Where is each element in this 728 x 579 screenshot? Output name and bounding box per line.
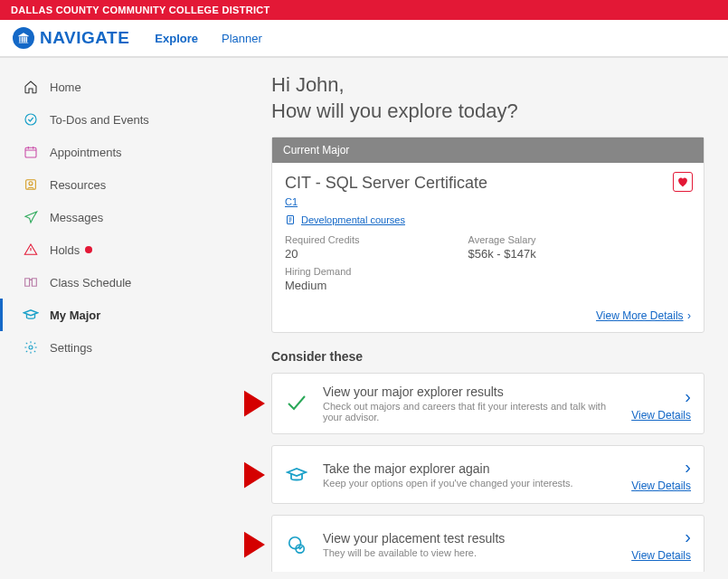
sidebar-item-resources[interactable]: Resources — [0, 168, 244, 201]
required-credits: 20 — [285, 247, 360, 261]
sidebar-item-todos[interactable]: To-Dos and Events — [0, 103, 244, 136]
campus-link[interactable]: C1 — [285, 196, 298, 207]
org-banner: DALLAS COUNTY COMMUNITY COLLEGE DISTRICT — [0, 0, 728, 20]
graduation-icon — [285, 463, 308, 487]
option-placement-results[interactable]: View your placement test results They wi… — [271, 515, 704, 572]
annotation-arrow — [244, 460, 265, 490]
sidebar-item-appointments[interactable]: Appointments — [0, 136, 244, 168]
svg-point-0 — [25, 114, 36, 125]
avg-salary: $56k - $147k — [468, 247, 536, 261]
resources-icon — [23, 176, 39, 193]
hiring-demand-label: Hiring Demand — [285, 266, 360, 277]
sidebar-item-schedule[interactable]: Class Schedule — [0, 266, 244, 299]
chevron-right-icon: › — [685, 386, 691, 407]
view-details-link[interactable]: View Details — [631, 549, 691, 562]
navbar: NAVIGATE Explore Planner — [0, 20, 728, 58]
option-subtitle: Check out majors and careers that fit yo… — [323, 401, 617, 422]
alert-icon — [23, 242, 39, 258]
sidebar-item-label: Class Schedule — [50, 276, 131, 290]
brand-icon — [13, 27, 34, 49]
graduation-icon — [23, 307, 39, 323]
sidebar-item-label: My Major — [50, 308, 100, 322]
option-take-explorer-again[interactable]: Take the major explorer again Keep your … — [271, 445, 704, 504]
view-details-link[interactable]: View Details — [631, 409, 691, 422]
chevron-right-icon: › — [685, 527, 691, 547]
chevron-right-icon: › — [687, 309, 691, 322]
sidebar-item-home[interactable]: Home — [0, 71, 244, 103]
brand-text: NAVIGATE — [40, 28, 129, 48]
option-title: View your placement test results — [323, 531, 617, 546]
major-title: CIT - SQL Server Certificate — [285, 174, 691, 193]
greeting: Hi John, How will you explore today? — [271, 72, 704, 124]
option-explorer-results[interactable]: View your major explorer results Check o… — [271, 373, 704, 434]
nav-planner[interactable]: Planner — [222, 32, 262, 45]
gear-icon — [23, 339, 39, 356]
option-title: View your major explorer results — [323, 384, 617, 399]
chevron-right-icon: › — [685, 457, 691, 478]
sidebar-item-holds[interactable]: Holds — [0, 233, 244, 266]
calendar-icon — [23, 144, 39, 160]
greeting-line1: Hi John, — [271, 72, 704, 99]
sidebar-item-label: Holds — [50, 243, 80, 257]
option-subtitle: Keep your options open if you've changed… — [323, 478, 617, 489]
nav-explore[interactable]: Explore — [155, 32, 198, 45]
sidebar: Home To-Dos and Events Appointments Reso… — [0, 58, 244, 572]
sidebar-item-my-major[interactable]: My Major — [0, 299, 244, 331]
sidebar-item-label: Messages — [50, 211, 103, 224]
dev-courses-link[interactable]: Developmental courses — [301, 214, 405, 225]
home-icon — [23, 79, 39, 95]
svg-point-3 — [29, 182, 33, 185]
sidebar-item-label: Resources — [50, 178, 106, 192]
todo-icon — [23, 111, 39, 128]
card-header: Current Major — [272, 138, 704, 163]
message-icon — [23, 209, 39, 225]
svg-rect-1 — [25, 147, 36, 157]
test-icon — [285, 533, 308, 556]
current-major-card: Current Major CIT - SQL Server Certifica… — [271, 137, 704, 333]
heart-icon — [676, 176, 689, 187]
favorite-button[interactable] — [673, 172, 693, 192]
clipboard-icon — [285, 214, 296, 225]
option-subtitle: They will be available to view here. — [323, 547, 617, 558]
brand-logo[interactable]: NAVIGATE — [13, 27, 129, 49]
notification-dot — [85, 246, 92, 253]
annotation-arrow — [244, 529, 265, 560]
hiring-demand: Medium — [285, 279, 360, 292]
sidebar-item-messages[interactable]: Messages — [0, 201, 244, 233]
consider-header: Consider these — [271, 349, 704, 364]
schedule-icon — [23, 274, 39, 290]
svg-point-4 — [29, 346, 33, 349]
sidebar-item-settings[interactable]: Settings — [0, 331, 244, 364]
greeting-line2: How will you explore today? — [271, 99, 704, 125]
avg-salary-label: Average Salary — [468, 234, 536, 245]
required-credits-label: Required Credits — [285, 234, 360, 245]
option-title: Take the major explorer again — [323, 461, 617, 476]
sidebar-item-label: Settings — [50, 341, 92, 355]
check-icon — [285, 392, 308, 415]
sidebar-item-label: Appointments — [50, 146, 122, 159]
sidebar-item-label: Home — [50, 81, 81, 94]
view-more-details-link[interactable]: View More Details — [596, 309, 683, 322]
sidebar-item-label: To-Dos and Events — [50, 113, 149, 127]
main-content: Hi John, How will you explore today? Cur… — [244, 58, 728, 572]
annotation-arrow — [244, 388, 265, 419]
view-details-link[interactable]: View Details — [631, 479, 691, 492]
